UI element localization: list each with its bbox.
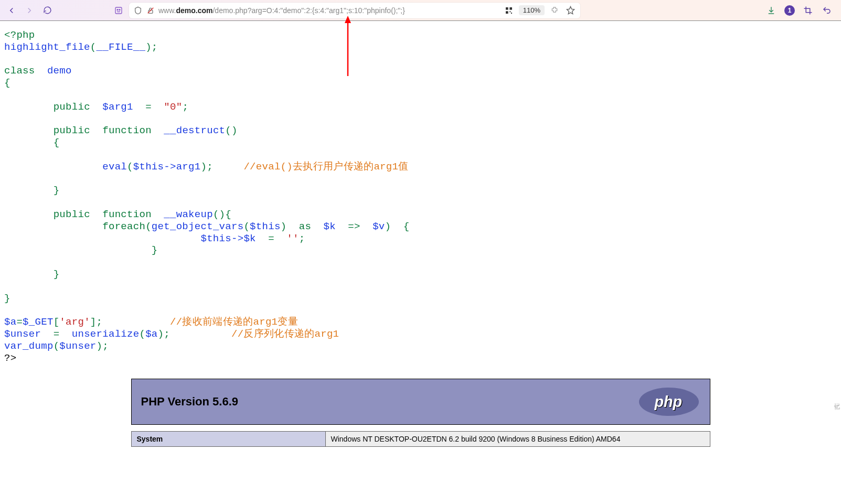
phpinfo-table: System Windows NT DESKTOP-OU2ETDN 6.2 bu…: [131, 431, 710, 447]
table-row: System Windows NT DESKTOP-OU2ETDN 6.2 bu…: [131, 432, 710, 447]
url-text: www.demo.com/demo.php?arg=O:4:"demo":2:{…: [158, 6, 497, 15]
source-code: <?php highlight_file(__FILE__); class de…: [0, 21, 841, 364]
browser-toolbar: www.demo.com/demo.php?arg=O:4:"demo":2:{…: [0, 0, 841, 21]
forward-button[interactable]: [22, 3, 37, 18]
qr-icon[interactable]: [503, 5, 515, 16]
zoom-level[interactable]: 110%: [519, 5, 545, 15]
tracking-shield-icon[interactable]: [133, 6, 143, 15]
undo-back-icon[interactable]: [821, 5, 833, 16]
svg-rect-8: [509, 11, 510, 12]
svg-rect-7: [506, 11, 508, 14]
url-bar[interactable]: www.demo.com/demo.php?arg=O:4:"demo":2:{…: [129, 3, 580, 18]
svg-point-2: [119, 9, 120, 10]
reload-button[interactable]: [40, 3, 55, 18]
phpinfo-key: System: [131, 432, 325, 447]
php-version-title: PHP Version 5.6.9: [141, 395, 238, 409]
back-button[interactable]: [4, 3, 19, 18]
phpinfo-panel: PHP Version 5.6.9 php php System Windows…: [131, 379, 710, 447]
download-icon[interactable]: [765, 5, 777, 16]
phpinfo-header: PHP Version 5.6.9 php php: [131, 379, 710, 425]
phpinfo-value: Windows NT DESKTOP-OU2ETDN 6.2 build 920…: [325, 432, 710, 447]
svg-point-1: [117, 9, 118, 10]
account-badge[interactable]: 1: [784, 5, 795, 16]
extension-icon[interactable]: [549, 5, 560, 16]
bookmark-star-icon[interactable]: [565, 5, 576, 16]
screenshot-crop-icon[interactable]: [802, 5, 814, 16]
insecure-lock-icon[interactable]: [146, 6, 155, 15]
permissions-icon[interactable]: [113, 5, 124, 16]
side-tag: 记忆: [833, 399, 841, 401]
svg-rect-5: [506, 7, 508, 10]
php-logo-icon: php php: [637, 386, 700, 417]
svg-rect-0: [115, 7, 122, 14]
svg-text:php: php: [654, 393, 682, 410]
svg-rect-6: [509, 7, 512, 10]
svg-rect-9: [511, 13, 512, 14]
